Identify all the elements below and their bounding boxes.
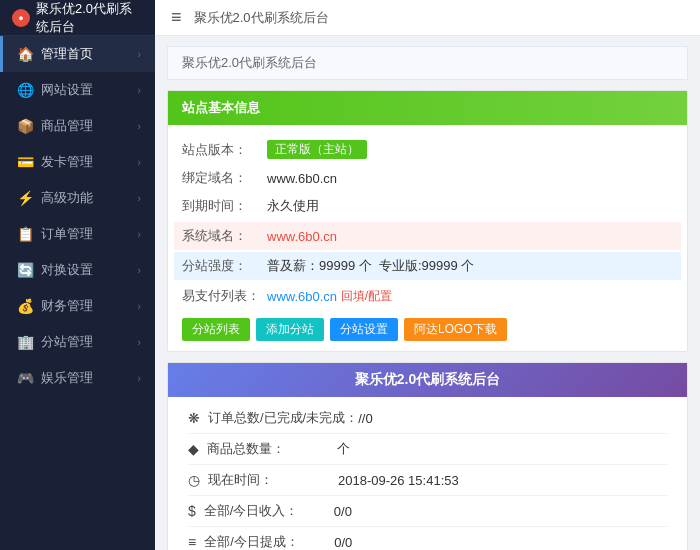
sidebar-item-8[interactable]: 🏢 分站管理 › [0, 324, 155, 360]
dashboard-header: 聚乐优2.0代刷系统后台 [168, 363, 687, 397]
dash-icon-4: ≡ [188, 534, 196, 550]
dash-label-0: 订单总数/已完成/未完成： [208, 409, 358, 427]
btn-dh-logo[interactable]: 阿达LOGO下载 [404, 318, 507, 341]
sidebar-label-5: 订单管理 [41, 225, 93, 243]
sys-domain-label: 系统域名： [182, 227, 267, 245]
chevron-icon-7: › [137, 300, 141, 312]
sidebar-icon-4: ⚡ [17, 190, 33, 206]
dashboard-row-0: ❋ 订单总数/已完成/未完成： //0 [188, 403, 667, 434]
expire-row: 到期时间： 永久使用 [182, 192, 673, 220]
dash-icon-0: ❋ [188, 410, 200, 426]
dash-label-3: 全部/今日收入： [204, 502, 334, 520]
dash-icon-1: ◆ [188, 441, 199, 457]
site-info-card: 站点基本信息 站点版本： 正常版（主站） 绑定域名： www.6b0.cn 到期… [167, 90, 688, 352]
dash-value-0: //0 [358, 411, 372, 426]
version-label: 站点版本： [182, 141, 267, 159]
sidebar-icon-1: 🌐 [17, 82, 33, 98]
dashboard-row-3: $ 全部/今日收入： 0/0 [188, 496, 667, 527]
breadcrumb: 聚乐优2.0代刷系统后台 [167, 46, 688, 80]
dashboard-row-4: ≡ 全部/今日提成： 0/0 [188, 527, 667, 550]
sidebar-label-7: 财务管理 [41, 297, 93, 315]
sidebar-label-4: 高级功能 [41, 189, 93, 207]
sidebar-icon-9: 🎮 [17, 370, 33, 386]
sidebar-item-3[interactable]: 💳 发卡管理 › [0, 144, 155, 180]
sidebar-menu: 🏠 管理首页 › 🌐 网站设置 › 📦 商品管理 › 💳 发卡管理 › ⚡ 高级… [0, 36, 155, 550]
sidebar-item-9[interactable]: 🎮 娱乐管理 › [0, 360, 155, 396]
sidebar-item-5[interactable]: 📋 订单管理 › [0, 216, 155, 252]
sidebar-item-4[interactable]: ⚡ 高级功能 › [0, 180, 155, 216]
branch-label: 分站强度： [182, 257, 267, 275]
domain-row: 绑定域名： www.6b0.cn [182, 164, 673, 192]
dash-label-2: 现在时间： [208, 471, 338, 489]
sidebar-label-9: 娱乐管理 [41, 369, 93, 387]
btn-add-branch[interactable]: 添加分站 [256, 318, 324, 341]
dash-value-4: 0/0 [334, 535, 352, 550]
sidebar-icon-2: 📦 [17, 118, 33, 134]
sidebar-icon-8: 🏢 [17, 334, 33, 350]
branch-value2: 专业版:99999 个 [379, 257, 474, 275]
main-content: ≡ 聚乐优2.0代刷系统后台 聚乐优2.0代刷系统后台 站点基本信息 站点版本：… [155, 0, 700, 550]
branch-row: 分站强度： 普及薪：99999 个 专业版:99999 个 [174, 252, 681, 280]
chevron-icon-9: › [137, 372, 141, 384]
sidebar-icon-5: 📋 [17, 226, 33, 242]
dash-value-2: 2018-09-26 15:41:53 [338, 473, 459, 488]
sidebar-item-1[interactable]: 🌐 网站设置 › [0, 72, 155, 108]
sidebar-item-0[interactable]: 🏠 管理首页 › [0, 36, 155, 72]
sidebar-icon-6: 🔄 [17, 262, 33, 278]
site-info-btns: 分站列表 添加分站 分站设置 阿达LOGO下载 [182, 318, 673, 341]
content-area: 聚乐优2.0代刷系统后台 站点基本信息 站点版本： 正常版（主站） 绑定域名： … [155, 36, 700, 550]
sidebar: ● 聚乐优2.0代刷系统后台 🏠 管理首页 › 🌐 网站设置 › 📦 商品管理 … [0, 0, 155, 550]
topbar: ≡ 聚乐优2.0代刷系统后台 [155, 0, 700, 36]
dash-label-1: 商品总数量： [207, 440, 337, 458]
dash-label-4: 全部/今日提成： [204, 533, 334, 550]
chevron-icon-2: › [137, 120, 141, 132]
sidebar-label-2: 商品管理 [41, 117, 93, 135]
domain-label: 绑定域名： [182, 169, 267, 187]
btn-branch-config[interactable]: 分站设置 [330, 318, 398, 341]
site-info-header: 站点基本信息 [168, 91, 687, 125]
version-badge: 正常版（主站） [267, 140, 367, 159]
chevron-icon-4: › [137, 192, 141, 204]
sidebar-label-3: 发卡管理 [41, 153, 93, 171]
sidebar-icon-3: 💳 [17, 154, 33, 170]
dashboard-body: ❋ 订单总数/已完成/未完成： //0 ◆ 商品总数量： 个 ◷ 现在时间： 2… [168, 397, 687, 550]
sidebar-icon-0: 🏠 [17, 46, 33, 62]
pay-row: 易支付列表： www.6b0.cn 回填/配置 [182, 282, 673, 310]
expire-value: 永久使用 [267, 197, 319, 215]
chevron-icon-1: › [137, 84, 141, 96]
dashboard-row-1: ◆ 商品总数量： 个 [188, 434, 667, 465]
chevron-icon-3: › [137, 156, 141, 168]
sidebar-item-6[interactable]: 🔄 对换设置 › [0, 252, 155, 288]
logo-icon: ● [12, 9, 30, 27]
pay-label: 易支付列表： [182, 287, 267, 305]
sidebar-logo: ● 聚乐优2.0代刷系统后台 [0, 0, 155, 36]
sidebar-label-8: 分站管理 [41, 333, 93, 351]
pay-link[interactable]: www.6b0.cn [267, 289, 337, 304]
sys-domain-row: 系统域名： www.6b0.cn [174, 222, 681, 250]
topbar-title: 聚乐优2.0代刷系统后台 [194, 9, 329, 27]
dash-value-3: 0/0 [334, 504, 352, 519]
sys-domain-link[interactable]: www.6b0.cn [267, 229, 337, 244]
dash-icon-2: ◷ [188, 472, 200, 488]
btn-branch-list[interactable]: 分站列表 [182, 318, 250, 341]
pay-config-link[interactable]: 回填/配置 [341, 288, 392, 305]
dashboard-card: 聚乐优2.0代刷系统后台 ❋ 订单总数/已完成/未完成： //0 ◆ 商品总数量… [167, 362, 688, 550]
sidebar-item-7[interactable]: 💰 财务管理 › [0, 288, 155, 324]
site-info-body: 站点版本： 正常版（主站） 绑定域名： www.6b0.cn 到期时间： 永久使… [168, 125, 687, 351]
expire-label: 到期时间： [182, 197, 267, 215]
sidebar-icon-7: 💰 [17, 298, 33, 314]
dash-icon-3: $ [188, 503, 196, 519]
dash-value-1: 个 [337, 440, 350, 458]
sidebar-logo-text: 聚乐优2.0代刷系统后台 [36, 0, 143, 36]
version-row: 站点版本： 正常版（主站） [182, 135, 673, 164]
sidebar-item-2[interactable]: 📦 商品管理 › [0, 108, 155, 144]
sidebar-label-6: 对换设置 [41, 261, 93, 279]
chevron-icon-8: › [137, 336, 141, 348]
dashboard-row-2: ◷ 现在时间： 2018-09-26 15:41:53 [188, 465, 667, 496]
branch-value1: 普及薪：99999 个 [267, 257, 372, 275]
chevron-icon-6: › [137, 264, 141, 276]
sidebar-label-1: 网站设置 [41, 81, 93, 99]
chevron-icon-0: › [137, 48, 141, 60]
sidebar-label-0: 管理首页 [41, 45, 93, 63]
hamburger-icon[interactable]: ≡ [171, 7, 182, 28]
